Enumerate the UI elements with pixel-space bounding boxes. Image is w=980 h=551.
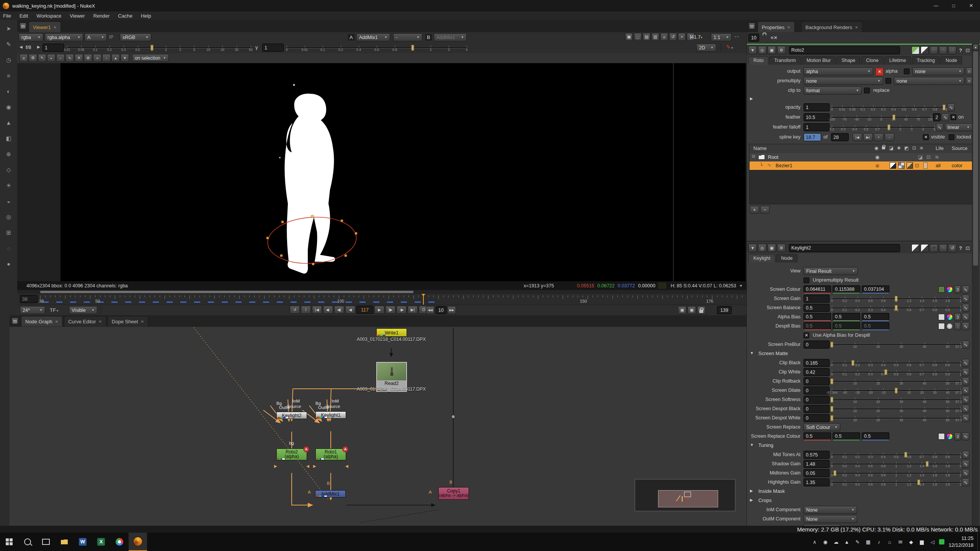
clip-black-field[interactable]: 0.165 (804, 359, 830, 367)
fstop-next-icon[interactable]: ▶ (37, 45, 40, 49)
mask-dropdown[interactable]: none▼ (912, 67, 964, 75)
views-tool-icon[interactable]: ◎ (4, 212, 13, 222)
menu-workspace[interactable]: Workspace (36, 13, 61, 19)
redo-icon[interactable]: ↷ (939, 46, 947, 54)
add-shape-button[interactable]: + (750, 206, 759, 214)
slider-handle[interactable] (831, 378, 833, 384)
channel-count-button[interactable]: 3 (954, 432, 961, 440)
screen-despot-black-field[interactable]: 0 (804, 405, 830, 413)
pane-menu-icon[interactable]: ▤ (748, 23, 755, 29)
falloff-field[interactable]: 1 (804, 123, 830, 131)
node-roto2[interactable]: Roto2 (alpha) A (276, 448, 307, 460)
node-keylight1[interactable]: Keylight1 (315, 411, 346, 419)
output-dropdown[interactable]: alpha▼ (804, 67, 873, 75)
roto-tool-icon[interactable]: ≡ (20, 54, 28, 62)
menu-file[interactable]: File (3, 13, 11, 19)
roto-tab-clone[interactable]: Clone (861, 56, 884, 65)
in-button[interactable]: I (301, 306, 311, 314)
ab-view-dropdown[interactable]: A▼ (85, 33, 107, 41)
midtones-gain-field[interactable]: 0.05 (804, 469, 830, 477)
slider-groove[interactable] (832, 381, 960, 382)
scanline-icon[interactable]: ≡ (660, 33, 668, 41)
animation-curve-icon[interactable]: ∿ (962, 359, 969, 367)
flipbook-icon[interactable]: ▣ (678, 306, 686, 314)
inm-component-dropdown[interactable]: None▼ (804, 506, 857, 514)
slider-groove[interactable] (832, 399, 960, 400)
animation-curve-icon[interactable]: ∿ (962, 377, 969, 385)
screen-softness-slider[interactable]: 0102030405057.344 (832, 396, 960, 404)
color-wheel-icon[interactable] (946, 433, 953, 440)
keylight-tab-keylight[interactable]: Keylight (748, 254, 775, 262)
screen-colour-r-field[interactable]: 0.064611 (804, 285, 831, 293)
shadow-gain-field[interactable]: 1.48 (804, 460, 830, 468)
slider-groove[interactable] (832, 409, 960, 409)
prev-key-button[interactable]: |◀ (853, 133, 862, 141)
roto-delete-icon[interactable]: ✕ (75, 54, 83, 62)
network-icon[interactable]: ▆ (917, 536, 926, 547)
screen-gain-slider[interactable]: 00.20.40.60.811.21.41.61.82 (832, 295, 960, 303)
max-panels-field[interactable]: 10 (748, 34, 759, 42)
add-key-button[interactable]: + (874, 133, 884, 141)
channel-tool-icon[interactable]: ≡ (4, 71, 13, 80)
unpremultiply-result-checkbox[interactable] (804, 277, 809, 283)
image-tool-icon[interactable]: ➤ (4, 24, 13, 33)
undo-icon[interactable]: ↶ (930, 244, 938, 252)
revert-icon[interactable]: ↺ (948, 244, 956, 252)
fstop-label[interactable]: f/8 (26, 44, 31, 50)
opacity-slider[interactable]: 00.010.050.10.20.30.40.50.60.70.80.9 (832, 103, 945, 112)
splinekey-field[interactable]: 18.7 (804, 133, 821, 141)
group-arrow-icon[interactable]: ▼ (750, 351, 754, 355)
monitor-icon[interactable]: ▣ (768, 244, 776, 252)
premult-checkbox[interactable] (885, 78, 891, 84)
keyer-tool-icon[interactable]: ▲ (4, 118, 13, 127)
screen-replace-colour-b-field[interactable]: 0.5 (862, 432, 889, 440)
search-icon[interactable] (18, 533, 37, 551)
equals-button[interactable]: = (966, 67, 972, 75)
downrez-icon[interactable]: ⌄⌄ (734, 34, 739, 38)
animation-curve-icon[interactable]: ∿ (962, 386, 969, 395)
timeline[interactable]: 38 3850100150176 (17, 294, 746, 305)
chrome-icon[interactable] (110, 533, 129, 551)
tab-dope-sheet[interactable]: Dope Sheet✕ (108, 316, 148, 326)
screen-balance-slider[interactable]: 00.10.20.30.40.50.60.70.80.91 (832, 304, 960, 312)
screen-dilate-field[interactable]: 0 (804, 386, 830, 395)
slider-handle[interactable] (895, 296, 898, 302)
range-end-field[interactable]: 139 (717, 306, 732, 314)
roto-autokey-icon[interactable]: ⚙ (29, 54, 37, 62)
monitor-icon[interactable]: ▣ (768, 46, 776, 54)
premult-mask-dropdown[interactable]: none▼ (894, 77, 964, 85)
onedrive-icon[interactable]: ☁ (831, 536, 841, 547)
screen-colour-g-field[interactable]: 0.115388 (833, 285, 860, 293)
remove-shape-button[interactable]: − (760, 206, 769, 214)
viewer-scroll-strip[interactable] (17, 290, 746, 294)
tree-row-bezier1[interactable]: └ ∿ Bezier1 ◉ ⊡ all color (750, 161, 972, 170)
node-name-field[interactable]: Keylight2 (789, 244, 900, 252)
slider-handle[interactable] (895, 305, 898, 311)
screen-replace-colour-r-field[interactable]: 0.5 (804, 432, 831, 440)
animation-curve-icon[interactable]: ∿ (962, 405, 969, 413)
node-roto1[interactable]: Roto1 (alpha) A (315, 448, 346, 460)
play-button[interactable]: ▶ (374, 306, 384, 314)
roto-tab-motion-blur[interactable]: Motion Blur (802, 56, 836, 65)
close-tab-icon[interactable]: ✕ (55, 320, 58, 324)
node-color-swatch[interactable] (911, 244, 920, 252)
splinekey-total-field[interactable]: 28 (831, 133, 849, 141)
tray-expand-icon[interactable]: ∧ (810, 536, 819, 547)
lut-dropdown[interactable]: sRGB▼ (120, 33, 151, 41)
equals-button[interactable]: = (966, 77, 972, 85)
node-color-swatch[interactable] (911, 46, 920, 54)
roto-tab-roto[interactable]: Roto (748, 56, 768, 65)
channel-count-button[interactable]: 3 (954, 313, 961, 321)
node-keylight2[interactable]: Keylight2 (276, 412, 307, 419)
proxy-dropdown[interactable]: 1:1▼ (711, 33, 732, 41)
feather-field[interactable]: 10.5 (804, 113, 830, 121)
proxy-icon[interactable]: ▨ (643, 33, 650, 41)
roto-smooth-icon[interactable]: ≈ (93, 54, 101, 62)
animation-curve-icon[interactable]: ∿ (962, 285, 969, 293)
step-field[interactable]: 10 (436, 306, 446, 314)
dimension-dropdown[interactable]: 2D▼ (696, 44, 716, 52)
clip-black-slider[interactable]: 00.10.20.30.40.50.60.70.80.91 (832, 359, 960, 367)
refresh-icon[interactable]: ↺ (669, 33, 677, 41)
wipe-tool-icon[interactable]: ✎▼ (726, 44, 734, 50)
node-addmix1[interactable]: AddMix1 (315, 490, 346, 497)
